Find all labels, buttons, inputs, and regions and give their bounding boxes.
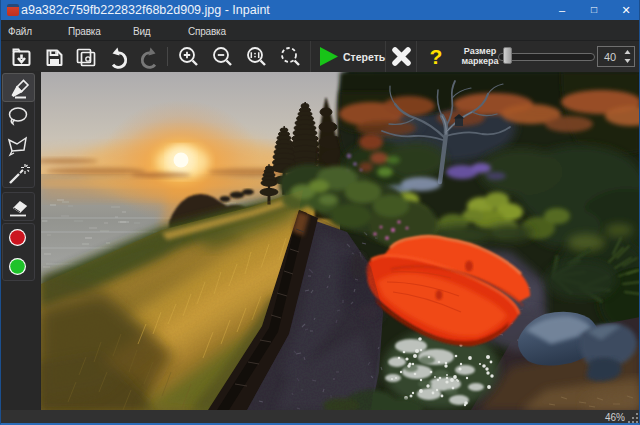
svg-text:Стереть: Стереть [343, 51, 386, 63]
svg-text:?: ? [430, 45, 443, 68]
